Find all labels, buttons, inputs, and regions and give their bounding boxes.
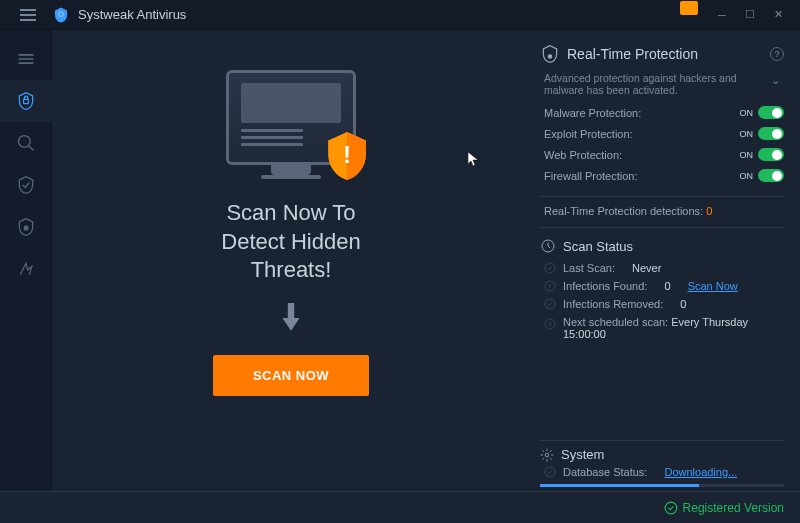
infections-found-row: i Infections Found: 0 Scan Now	[540, 280, 784, 292]
toggle-exploit: Exploit Protection: ON	[540, 127, 784, 140]
sidebar-item-protection[interactable]	[0, 80, 52, 122]
svg-point-13	[545, 467, 555, 477]
right-panel: Real-Time Protection ? Advanced protecti…	[530, 30, 800, 491]
hero-text: Scan Now To Detect Hidden Threats!	[221, 199, 360, 285]
check-icon	[544, 298, 556, 310]
infections-removed-row: Infections Removed: 0	[540, 298, 784, 310]
info-icon: i	[544, 280, 556, 292]
shield-rtp-icon	[540, 44, 560, 64]
close-button[interactable]: ✕	[764, 1, 792, 29]
svg-rect-1	[24, 99, 29, 103]
gear-icon	[540, 448, 554, 462]
help-icon[interactable]: ?	[770, 47, 784, 61]
scan-now-link[interactable]: Scan Now	[688, 280, 738, 292]
sidebar: e	[0, 30, 52, 491]
sidebar-item-scan[interactable]	[0, 122, 52, 164]
scan-now-button[interactable]: SCAN NOW	[213, 355, 369, 396]
rtp-title: Real-Time Protection	[567, 46, 698, 62]
check-icon	[544, 466, 556, 478]
maximize-button[interactable]: ☐	[736, 1, 764, 29]
toggle-malware-switch[interactable]	[758, 106, 784, 119]
check-circle-icon	[664, 501, 678, 515]
center-panel: ! Scan Now To Detect Hidden Threats! SCA…	[52, 30, 530, 491]
toggle-exploit-switch[interactable]	[758, 127, 784, 140]
scan-status-title: Scan Status	[563, 239, 633, 254]
notification-badge-icon	[680, 1, 698, 15]
app-title: Systweak Antivirus	[78, 7, 186, 22]
sidebar-item-optimize[interactable]	[0, 248, 52, 290]
toggle-malware: Malware Protection: ON	[540, 106, 784, 119]
footer: Registered Version	[0, 491, 800, 523]
monitor-illustration: !	[226, 70, 356, 179]
svg-point-14	[665, 502, 677, 514]
sidebar-item-shield[interactable]	[0, 164, 52, 206]
clock-icon	[544, 318, 556, 330]
sidebar-item-home[interactable]	[0, 38, 52, 80]
sidebar-item-privacy[interactable]: e	[0, 206, 52, 248]
svg-text:i: i	[549, 283, 550, 289]
notification-button[interactable]	[680, 1, 698, 29]
detections-row: Real-Time Protection detections: 0	[540, 205, 784, 217]
check-icon	[544, 262, 556, 274]
app-logo-icon	[52, 6, 70, 24]
toggle-firewall: Firewall Protection: ON	[540, 169, 784, 182]
toggle-web-switch[interactable]	[758, 148, 784, 161]
svg-point-5	[548, 55, 551, 58]
svg-text:e: e	[24, 223, 28, 232]
toggle-firewall-switch[interactable]	[758, 169, 784, 182]
database-status-value[interactable]: Downloading...	[664, 466, 737, 478]
svg-point-0	[60, 12, 63, 15]
menu-button[interactable]	[8, 1, 48, 29]
titlebar: Systweak Antivirus ─ ☐ ✕	[0, 0, 800, 30]
minimize-button[interactable]: ─	[708, 1, 736, 29]
svg-point-12	[545, 453, 549, 457]
svg-text:!: !	[343, 141, 351, 168]
svg-point-7	[545, 263, 555, 273]
toggle-web: Web Protection: ON	[540, 148, 784, 161]
svg-point-10	[545, 299, 555, 309]
database-status-row: Database Status: Downloading...	[540, 466, 784, 478]
shield-warning-icon: !	[326, 132, 368, 184]
download-progress	[540, 484, 784, 487]
next-scan-row: Next scheduled scan: Every Thursday 15:0…	[540, 316, 784, 340]
last-scan-row: Last Scan: Never	[540, 262, 784, 274]
chevron-down-icon[interactable]: ⌄	[771, 74, 780, 86]
arrow-down-icon	[278, 303, 304, 337]
svg-point-2	[19, 136, 31, 148]
system-title: System	[561, 447, 604, 462]
registered-badge: Registered Version	[664, 501, 784, 515]
rtp-description: Advanced protection against hackers and …	[540, 72, 784, 96]
scan-status-icon	[540, 238, 556, 254]
